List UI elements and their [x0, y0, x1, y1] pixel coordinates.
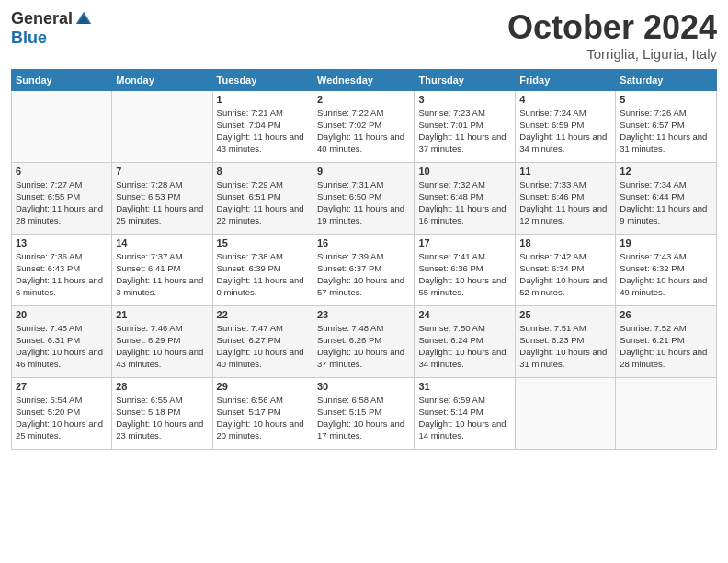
calendar-cell: 12Sunrise: 7:34 AMSunset: 6:44 PMDayligh… — [616, 162, 717, 234]
calendar-week-row: 1Sunrise: 7:21 AMSunset: 7:04 PMDaylight… — [12, 90, 717, 162]
day-detail: Sunrise: 7:22 AMSunset: 7:02 PMDaylight:… — [317, 107, 410, 155]
day-number: 10 — [418, 166, 511, 177]
logo: General Blue — [11, 9, 93, 48]
day-detail: Sunrise: 7:38 AMSunset: 6:39 PMDaylight:… — [217, 250, 309, 299]
day-detail: Sunrise: 6:54 AMSunset: 5:20 PMDaylight:… — [16, 394, 108, 442]
calendar-header-wednesday: Wednesday — [313, 69, 415, 90]
calendar-header-saturday: Saturday — [616, 69, 717, 90]
day-number: 23 — [317, 309, 410, 320]
calendar-week-row: 6Sunrise: 7:27 AMSunset: 6:55 PMDaylight… — [12, 162, 717, 234]
calendar-cell: 14Sunrise: 7:37 AMSunset: 6:41 PMDayligh… — [112, 234, 212, 305]
day-number: 14 — [116, 237, 208, 248]
calendar-cell: 28Sunrise: 6:55 AMSunset: 5:18 PMDayligh… — [112, 377, 212, 449]
calendar-week-row: 13Sunrise: 7:36 AMSunset: 6:43 PMDayligh… — [12, 234, 717, 305]
calendar-cell: 6Sunrise: 7:27 AMSunset: 6:55 PMDaylight… — [12, 162, 112, 234]
calendar-header-monday: Monday — [112, 69, 212, 90]
day-number: 12 — [620, 166, 712, 177]
calendar-cell: 20Sunrise: 7:45 AMSunset: 6:31 PMDayligh… — [12, 305, 112, 377]
logo-general-text: General — [11, 9, 73, 29]
calendar-cell: 19Sunrise: 7:43 AMSunset: 6:32 PMDayligh… — [616, 234, 717, 305]
logo-blue-text: Blue — [11, 29, 47, 48]
day-number: 25 — [519, 309, 611, 320]
month-title: October 2024 — [507, 9, 717, 46]
day-detail: Sunrise: 7:41 AMSunset: 6:36 PMDaylight:… — [418, 250, 511, 299]
day-detail: Sunrise: 7:37 AMSunset: 6:41 PMDaylight:… — [116, 250, 208, 299]
calendar-header-thursday: Thursday — [415, 69, 516, 90]
day-number: 11 — [519, 166, 611, 177]
calendar-cell — [516, 377, 616, 449]
day-detail: Sunrise: 7:51 AMSunset: 6:23 PMDaylight:… — [519, 322, 611, 371]
day-detail: Sunrise: 7:26 AMSunset: 6:57 PMDaylight:… — [620, 107, 712, 155]
day-number: 8 — [217, 166, 309, 177]
calendar-cell: 15Sunrise: 7:38 AMSunset: 6:39 PMDayligh… — [212, 234, 313, 305]
day-detail: Sunrise: 7:21 AMSunset: 7:04 PMDaylight:… — [217, 107, 309, 155]
calendar-cell: 5Sunrise: 7:26 AMSunset: 6:57 PMDaylight… — [616, 90, 717, 162]
calendar-week-row: 20Sunrise: 7:45 AMSunset: 6:31 PMDayligh… — [12, 305, 717, 377]
day-detail: Sunrise: 7:34 AMSunset: 6:44 PMDaylight:… — [620, 178, 712, 227]
day-number: 31 — [418, 381, 511, 392]
location-subtitle: Torriglia, Liguria, Italy — [507, 46, 717, 62]
day-detail: Sunrise: 7:28 AMSunset: 6:53 PMDaylight:… — [116, 178, 208, 227]
page-header: General Blue October 2024 Torriglia, Lig… — [11, 9, 717, 62]
day-number: 24 — [418, 309, 511, 320]
calendar-cell: 29Sunrise: 6:56 AMSunset: 5:17 PMDayligh… — [212, 377, 313, 449]
calendar-cell — [616, 377, 717, 449]
calendar-cell: 24Sunrise: 7:50 AMSunset: 6:24 PMDayligh… — [415, 305, 516, 377]
calendar-cell: 2Sunrise: 7:22 AMSunset: 7:02 PMDaylight… — [313, 90, 415, 162]
day-detail: Sunrise: 6:55 AMSunset: 5:18 PMDaylight:… — [116, 394, 208, 442]
calendar-cell: 16Sunrise: 7:39 AMSunset: 6:37 PMDayligh… — [313, 234, 415, 305]
calendar-table: SundayMondayTuesdayWednesdayThursdayFrid… — [11, 69, 717, 450]
day-detail: Sunrise: 7:33 AMSunset: 6:46 PMDaylight:… — [519, 178, 611, 227]
day-detail: Sunrise: 6:58 AMSunset: 5:15 PMDaylight:… — [317, 394, 410, 442]
day-detail: Sunrise: 7:36 AMSunset: 6:43 PMDaylight:… — [16, 250, 108, 299]
calendar-cell: 13Sunrise: 7:36 AMSunset: 6:43 PMDayligh… — [12, 234, 112, 305]
calendar-cell: 9Sunrise: 7:31 AMSunset: 6:50 PMDaylight… — [313, 162, 415, 234]
day-number: 21 — [116, 309, 208, 320]
calendar-cell: 3Sunrise: 7:23 AMSunset: 7:01 PMDaylight… — [415, 90, 516, 162]
title-section: October 2024 Torriglia, Liguria, Italy — [507, 9, 717, 62]
day-number: 29 — [217, 381, 309, 392]
day-number: 22 — [217, 309, 309, 320]
day-detail: Sunrise: 7:47 AMSunset: 6:27 PMDaylight:… — [217, 322, 309, 371]
day-detail: Sunrise: 7:45 AMSunset: 6:31 PMDaylight:… — [16, 322, 108, 371]
day-detail: Sunrise: 7:24 AMSunset: 6:59 PMDaylight:… — [519, 107, 611, 155]
day-detail: Sunrise: 7:31 AMSunset: 6:50 PMDaylight:… — [317, 178, 410, 227]
calendar-cell: 26Sunrise: 7:52 AMSunset: 6:21 PMDayligh… — [616, 305, 717, 377]
day-detail: Sunrise: 7:42 AMSunset: 6:34 PMDaylight:… — [519, 250, 611, 299]
day-number: 6 — [16, 166, 108, 177]
calendar-header-tuesday: Tuesday — [212, 69, 313, 90]
calendar-cell: 4Sunrise: 7:24 AMSunset: 6:59 PMDaylight… — [516, 90, 616, 162]
day-number: 20 — [16, 309, 108, 320]
calendar-header-sunday: Sunday — [12, 69, 112, 90]
calendar-cell — [112, 90, 212, 162]
calendar-cell: 21Sunrise: 7:46 AMSunset: 6:29 PMDayligh… — [112, 305, 212, 377]
day-number: 27 — [16, 381, 108, 392]
day-number: 4 — [519, 94, 611, 105]
day-number: 16 — [317, 237, 410, 248]
day-detail: Sunrise: 7:46 AMSunset: 6:29 PMDaylight:… — [116, 322, 208, 371]
calendar-cell: 17Sunrise: 7:41 AMSunset: 6:36 PMDayligh… — [415, 234, 516, 305]
day-detail: Sunrise: 6:59 AMSunset: 5:14 PMDaylight:… — [418, 394, 511, 442]
calendar-cell: 18Sunrise: 7:42 AMSunset: 6:34 PMDayligh… — [516, 234, 616, 305]
day-number: 26 — [620, 309, 712, 320]
day-detail: Sunrise: 7:29 AMSunset: 6:51 PMDaylight:… — [217, 178, 309, 227]
day-detail: Sunrise: 6:56 AMSunset: 5:17 PMDaylight:… — [217, 394, 309, 442]
day-detail: Sunrise: 7:48 AMSunset: 6:26 PMDaylight:… — [317, 322, 410, 371]
day-detail: Sunrise: 7:27 AMSunset: 6:55 PMDaylight:… — [16, 178, 108, 227]
calendar-cell: 8Sunrise: 7:29 AMSunset: 6:51 PMDaylight… — [212, 162, 313, 234]
day-number: 13 — [16, 237, 108, 248]
calendar-cell: 31Sunrise: 6:59 AMSunset: 5:14 PMDayligh… — [415, 377, 516, 449]
day-number: 30 — [317, 381, 410, 392]
calendar-cell: 30Sunrise: 6:58 AMSunset: 5:15 PMDayligh… — [313, 377, 415, 449]
day-number: 28 — [116, 381, 208, 392]
calendar-cell: 7Sunrise: 7:28 AMSunset: 6:53 PMDaylight… — [112, 162, 212, 234]
day-number: 7 — [116, 166, 208, 177]
day-number: 17 — [418, 237, 511, 248]
day-detail: Sunrise: 7:43 AMSunset: 6:32 PMDaylight:… — [620, 250, 712, 299]
day-number: 18 — [519, 237, 611, 248]
day-number: 1 — [217, 94, 309, 105]
logo-icon — [74, 10, 93, 29]
calendar-cell: 25Sunrise: 7:51 AMSunset: 6:23 PMDayligh… — [516, 305, 616, 377]
day-detail: Sunrise: 7:32 AMSunset: 6:48 PMDaylight:… — [418, 178, 511, 227]
day-detail: Sunrise: 7:39 AMSunset: 6:37 PMDaylight:… — [317, 250, 410, 299]
